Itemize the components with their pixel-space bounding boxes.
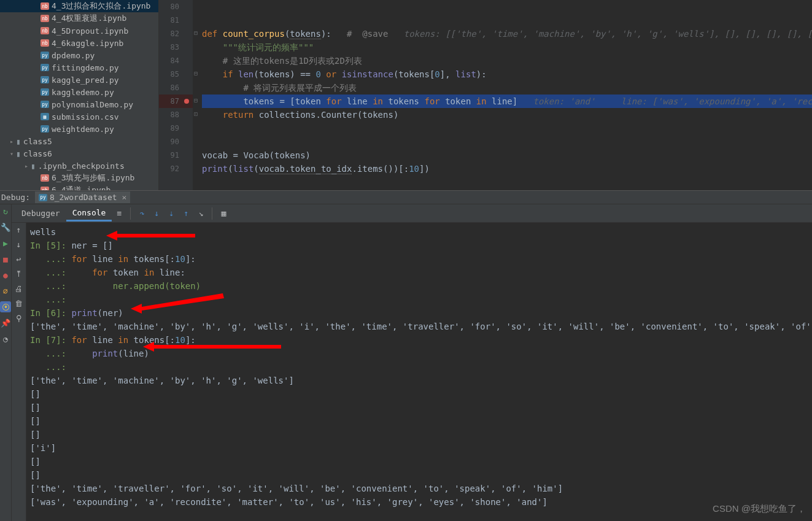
tree-item-label: submission.csv <box>52 112 119 122</box>
code-line: # 这里的tokens是1D列表或2D列表 <box>202 54 812 68</box>
folder-icon: ▮ <box>16 149 21 158</box>
tree-item[interactable]: ▸▮class5 <box>0 135 158 147</box>
fold-icon[interactable]: ⊡ <box>194 110 198 117</box>
gutter-line[interactable]: 88 <box>159 108 193 122</box>
console-output: ['the', 'time', 'machine', 'by', 'h', 'g… <box>30 320 812 333</box>
tree-item[interactable]: pykaggledemo.py <box>0 86 158 98</box>
expand-icon[interactable]: ▸ <box>10 138 16 145</box>
tree-item[interactable]: ▸▮.ipynb_checkpoints <box>0 160 158 172</box>
code-line <box>202 0 812 14</box>
console-output: ['was', 'expounding', 'a', 'recondite', … <box>30 495 812 509</box>
notebook-icon: nb <box>41 187 49 190</box>
evaluate-icon[interactable]: ▦ <box>217 207 230 220</box>
up-icon[interactable]: ↑ <box>14 224 25 235</box>
wrap-icon[interactable]: ↩ <box>14 253 25 264</box>
debug-config-tab[interactable]: py 8_2wordDataset × <box>35 191 130 203</box>
fold-icon[interactable]: ⊟ <box>194 97 198 104</box>
tree-item[interactable]: pypolynomialDemo.py <box>0 98 158 110</box>
wrench-icon[interactable]: 🔧 <box>0 222 11 233</box>
tree-item[interactable]: nb4_6kaggle.ipynb <box>0 37 158 49</box>
code-line: vocab = Vocab(tokens) <box>202 149 812 162</box>
tree-item[interactable]: ▾▮class6 <box>0 147 158 160</box>
step-over-icon[interactable]: ↷ <box>136 207 148 220</box>
gutter-line[interactable]: 87 <box>159 95 193 108</box>
pin-icon[interactable]: 📌 <box>0 317 11 328</box>
notebook-icon: nb <box>41 15 49 22</box>
gutter-line[interactable]: 92 <box>159 162 193 176</box>
tab-debugger[interactable]: Debugger <box>15 206 66 220</box>
tree-item[interactable]: nb6_3填充与步幅.ipynb <box>0 172 158 184</box>
tree-item[interactable]: nb4_3过拟合和欠拟合.ipynb <box>0 0 158 12</box>
gutter-line[interactable]: 85 <box>159 68 193 81</box>
gutter-line[interactable]: 84 <box>159 54 193 68</box>
debug-console[interactable]: wells In [5]: ner = [] ...: for line in … <box>26 223 812 521</box>
tree-item-label: class6 <box>23 149 52 158</box>
tree-item[interactable]: pykaggle_pred.py <box>0 74 158 86</box>
rerun-button[interactable]: ↻ <box>0 206 11 217</box>
stop-button[interactable]: ■ <box>0 253 11 264</box>
debug-tab-label: 8_2wordDataset <box>50 193 117 202</box>
tree-item-label: kaggle_pred.py <box>52 75 119 85</box>
gutter-line[interactable]: 86 <box>159 81 193 95</box>
csv-icon: ▦ <box>41 113 49 120</box>
step-into-my-icon[interactable]: ⇣ <box>165 207 177 220</box>
tree-item-label: 4_3过拟合和欠拟合.ipynb <box>52 1 150 12</box>
code-editor[interactable]: 80818283848586878889909192 ⊟⊟⊟⊡ def coun… <box>159 0 812 190</box>
threads-icon[interactable]: ≡ <box>113 207 125 220</box>
expand-icon[interactable]: ▸ <box>25 163 31 169</box>
console-output: ['the', 'time', 'traveller', 'for', 'so'… <box>30 482 812 495</box>
gutter-line[interactable]: 91 <box>159 149 193 162</box>
code-line: def count_corpus(tokens): # @save tokens… <box>202 27 812 41</box>
code-line: return collections.Counter(tokens) <box>202 108 812 122</box>
console-output: [] <box>30 414 812 428</box>
tree-item-label: fittingdemo.py <box>52 63 119 72</box>
python-icon: py <box>41 64 49 71</box>
resume-button[interactable]: ▶ <box>0 237 11 249</box>
gutter-line[interactable]: 90 <box>159 135 193 149</box>
notebook-icon: nb <box>41 39 49 47</box>
run-to-cursor-icon[interactable]: ↘ <box>195 207 207 220</box>
code-line <box>202 14 812 27</box>
console-input: ...: <box>30 293 812 306</box>
project-tree[interactable]: nb4_3过拟合和欠拟合.ipynbnb4_4权重衰退.ipynbnb4_5Dr… <box>0 0 159 190</box>
tree-item[interactable]: pyweightdemo.py <box>0 123 158 135</box>
console-output: [] <box>30 401 812 414</box>
gutter-line[interactable]: 81 <box>159 14 193 27</box>
step-into-icon[interactable]: ↓ <box>150 207 163 220</box>
down-icon[interactable]: ↓ <box>14 239 25 250</box>
gutter-line[interactable]: 83 <box>159 41 193 54</box>
tree-item[interactable]: nb4_5Dropout.ipynb <box>0 25 158 37</box>
gutter: 80818283848586878889909192 <box>159 0 193 190</box>
mute-breakpoints-button[interactable]: ⌀ <box>0 285 11 296</box>
python-console-button[interactable]: ⦿ <box>0 301 11 312</box>
tree-item[interactable]: ▦submission.csv <box>0 110 158 123</box>
close-icon[interactable]: × <box>122 193 127 202</box>
breakpoint-view-button[interactable]: ● <box>0 269 11 280</box>
console-input: ...: <box>30 360 812 374</box>
tree-item-label: 4_6kaggle.ipynb <box>52 39 123 48</box>
breakpoint-icon[interactable] <box>184 99 189 104</box>
tree-item[interactable]: nb6_4通道.ipynb <box>0 184 158 190</box>
folder-icon: ▮ <box>16 137 21 146</box>
tree-item[interactable]: pydpdemo.py <box>0 49 158 61</box>
clock-icon[interactable]: ◔ <box>0 333 11 344</box>
filter-icon[interactable]: ⚲ <box>14 312 25 323</box>
tree-item[interactable]: nb4_4权重衰退.ipynb <box>0 12 158 25</box>
expand-icon[interactable]: ▾ <box>10 150 16 157</box>
gutter-line[interactable]: 89 <box>159 122 193 135</box>
python-icon: py <box>41 101 49 108</box>
step-out-icon[interactable]: ↑ <box>180 207 192 220</box>
gutter-line[interactable]: 80 <box>159 0 193 14</box>
trash-icon[interactable]: 🗑 <box>14 298 25 309</box>
scroll-icon[interactable]: ⤒ <box>14 268 25 279</box>
console-input: ...: ner.append(token) <box>30 279 812 293</box>
code-line <box>202 135 812 149</box>
tree-item-label: .ipynb_checkpoints <box>38 161 125 171</box>
tree-item[interactable]: pyfittingdemo.py <box>0 61 158 74</box>
fold-icon[interactable]: ⊟ <box>194 29 198 36</box>
gutter-line[interactable]: 82 <box>159 27 193 41</box>
fold-icon[interactable]: ⊟ <box>194 70 198 77</box>
print-icon[interactable]: 🖨 <box>14 283 25 294</box>
console-side-toolbar: ↑ ↓ ↩ ⤒ 🖨 🗑 ⚲ <box>12 223 26 521</box>
tab-console[interactable]: Console <box>66 206 112 222</box>
